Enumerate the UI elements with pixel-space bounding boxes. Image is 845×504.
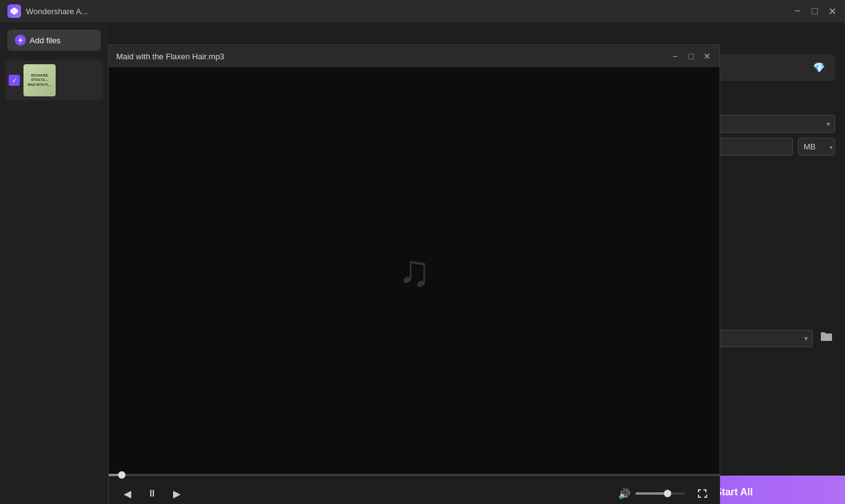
app-titlebar: Wondershare A... − □ ✕ (0, 0, 845, 22)
pause-button[interactable]: ⏸ (143, 485, 161, 502)
music-placeholder-icon: ♫ (397, 245, 431, 296)
next-button[interactable]: ▶ (168, 485, 185, 502)
volume-fill (635, 492, 665, 495)
preview-minimize-button[interactable]: − (670, 51, 680, 61)
volume-area: 🔊 (618, 486, 710, 501)
app-window-controls: − □ ✕ (792, 6, 838, 17)
advanced-gem-icon: 💎 (813, 62, 825, 74)
preview-close-button[interactable]: ✕ (702, 51, 712, 61)
file-list: RICHARDSTOLTZ...MAID WITH FL... (0, 58, 108, 497)
fullscreen-button[interactable] (695, 486, 710, 501)
preview-title: Maid with the Flaxen Hair.mp3 (116, 52, 670, 61)
volume-icon: 🔊 (618, 488, 631, 500)
app-content: + Add files RICHARDSTOLTZ...MAID WITH FL… (0, 22, 845, 504)
preview-modal: Maid with the Flaxen Hair.mp3 − □ ✕ ♫ ◀ … (108, 44, 720, 504)
sidebar: + Add files RICHARDSTOLTZ...MAID WITH FL… (0, 22, 108, 504)
unit-wrapper: MB KB GB (798, 138, 835, 156)
unit-select[interactable]: MB KB GB (798, 138, 835, 156)
app-close-button[interactable]: ✕ (826, 6, 838, 17)
preview-video-area: ♫ (109, 67, 720, 474)
seekbar-area (109, 474, 720, 479)
add-files-button[interactable]: + Add files (7, 30, 101, 51)
seekbar-track[interactable] (109, 474, 720, 476)
volume-slider[interactable] (635, 492, 685, 495)
album-cover-text: RICHARDSTOLTZ...MAID WITH FL... (27, 72, 53, 88)
prev-button[interactable]: ◀ (119, 485, 136, 502)
preview-titlebar: Maid with the Flaxen Hair.mp3 − □ ✕ (109, 45, 720, 67)
file-thumbnail: RICHARDSTOLTZ...MAID WITH FL... (23, 64, 56, 96)
preview-maximize-button[interactable]: □ (686, 51, 696, 61)
transport-controls-bar: ◀ ⏸ ▶ 🔊 (109, 479, 720, 504)
seekbar-thumb[interactable] (118, 471, 125, 479)
file-checkbox[interactable] (9, 75, 20, 86)
folder-button[interactable] (818, 329, 835, 348)
volume-thumb[interactable] (664, 490, 671, 497)
preview-window-controls: − □ ✕ (670, 51, 712, 61)
app-window: Wondershare A... − □ ✕ + Add files RICHA… (0, 0, 845, 504)
svg-marker-0 (11, 7, 18, 15)
app-logo (7, 4, 21, 18)
app-title: Wondershare A... (26, 7, 792, 16)
app-minimize-button[interactable]: − (792, 6, 803, 17)
app-maximize-button[interactable]: □ (809, 6, 820, 17)
list-item[interactable]: RICHARDSTOLTZ...MAID WITH FL... (5, 61, 103, 100)
album-cover: RICHARDSTOLTZ...MAID WITH FL... (23, 64, 56, 96)
add-files-plus-icon: + (15, 35, 26, 46)
add-files-label: Add files (30, 36, 61, 45)
